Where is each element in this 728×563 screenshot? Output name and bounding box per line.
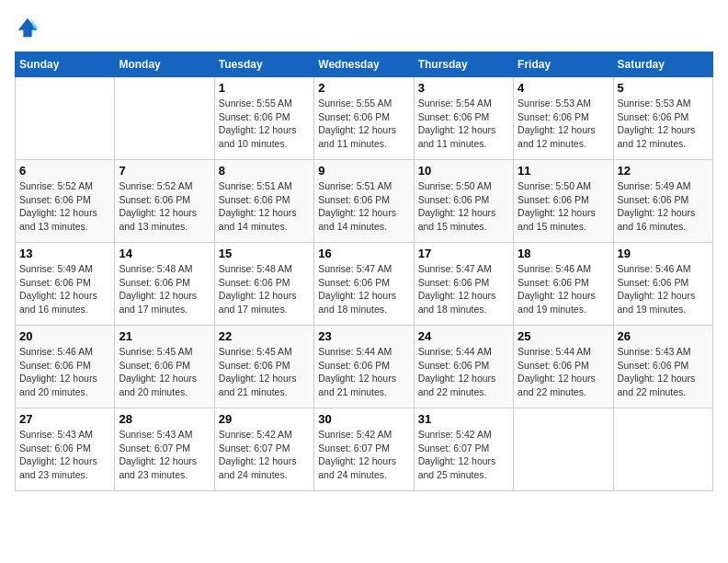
day-number: 8 [219,164,310,178]
day-info: Sunrise: 5:51 AM Sunset: 6:06 PM Dayligh… [219,179,310,234]
calendar-cell: 20Sunrise: 5:46 AM Sunset: 6:06 PM Dayli… [16,326,115,408]
day-number: 28 [119,412,210,426]
day-number: 17 [418,247,509,260]
weekday-header-monday: Monday [115,52,214,77]
day-number: 22 [219,329,310,343]
day-number: 21 [119,329,210,343]
day-number: 3 [418,81,509,95]
day-info: Sunrise: 5:45 AM Sunset: 6:06 PM Dayligh… [219,345,310,399]
calendar-cell: 6Sunrise: 5:52 AM Sunset: 6:06 PM Daylig… [16,160,115,243]
weekday-header-saturday: Saturday [613,52,712,77]
calendar-cell: 25Sunrise: 5:44 AM Sunset: 6:06 PM Dayli… [514,326,613,408]
day-info: Sunrise: 5:46 AM Sunset: 6:06 PM Dayligh… [19,345,110,399]
calendar-cell: 17Sunrise: 5:47 AM Sunset: 6:06 PM Dayli… [414,243,513,326]
day-info: Sunrise: 5:43 AM Sunset: 6:06 PM Dayligh… [618,345,709,399]
day-number: 30 [318,412,409,426]
day-info: Sunrise: 5:42 AM Sunset: 6:07 PM Dayligh… [318,428,409,482]
calendar-week-3: 13Sunrise: 5:49 AM Sunset: 6:06 PM Dayli… [16,243,713,326]
calendar-cell: 28Sunrise: 5:43 AM Sunset: 6:07 PM Dayli… [115,408,214,491]
day-info: Sunrise: 5:53 AM Sunset: 6:06 PM Dayligh… [618,97,709,151]
calendar-cell: 2Sunrise: 5:55 AM Sunset: 6:06 PM Daylig… [314,77,414,160]
day-number: 23 [318,329,409,343]
day-info: Sunrise: 5:48 AM Sunset: 6:06 PM Dayligh… [219,262,310,316]
day-number: 7 [119,164,210,178]
calendar-cell: 16Sunrise: 5:47 AM Sunset: 6:06 PM Dayli… [314,243,414,326]
day-info: Sunrise: 5:45 AM Sunset: 6:06 PM Dayligh… [119,345,210,399]
calendar-week-1: 1Sunrise: 5:55 AM Sunset: 6:06 PM Daylig… [16,77,713,160]
calendar-week-2: 6Sunrise: 5:52 AM Sunset: 6:06 PM Daylig… [16,160,713,243]
calendar-week-5: 27Sunrise: 5:43 AM Sunset: 6:06 PM Dayli… [16,408,713,491]
calendar-cell: 12Sunrise: 5:49 AM Sunset: 6:06 PM Dayli… [613,160,712,243]
calendar-cell: 14Sunrise: 5:48 AM Sunset: 6:06 PM Dayli… [115,243,214,326]
day-info: Sunrise: 5:43 AM Sunset: 6:07 PM Dayligh… [119,428,210,482]
calendar-cell: 24Sunrise: 5:44 AM Sunset: 6:06 PM Dayli… [414,326,513,408]
calendar-cell: 29Sunrise: 5:42 AM Sunset: 6:07 PM Dayli… [214,408,313,491]
day-number: 12 [618,164,709,178]
day-number: 15 [219,247,310,260]
calendar-cell: 4Sunrise: 5:53 AM Sunset: 6:06 PM Daylig… [514,77,613,160]
calendar-cell: 1Sunrise: 5:55 AM Sunset: 6:06 PM Daylig… [214,77,313,160]
day-info: Sunrise: 5:55 AM Sunset: 6:06 PM Dayligh… [318,97,409,151]
day-info: Sunrise: 5:50 AM Sunset: 6:06 PM Dayligh… [418,179,509,234]
day-number: 11 [518,164,609,178]
calendar-cell: 13Sunrise: 5:49 AM Sunset: 6:06 PM Dayli… [16,243,115,326]
day-number: 19 [618,247,709,260]
calendar-cell: 19Sunrise: 5:46 AM Sunset: 6:06 PM Dayli… [613,243,712,326]
calendar-cell: 26Sunrise: 5:43 AM Sunset: 6:06 PM Dayli… [613,326,712,408]
logo [15,15,44,40]
calendar-cell: 31Sunrise: 5:42 AM Sunset: 6:07 PM Dayli… [414,408,513,491]
day-number: 1 [219,81,310,95]
day-info: Sunrise: 5:47 AM Sunset: 6:06 PM Dayligh… [318,262,409,316]
day-info: Sunrise: 5:44 AM Sunset: 6:06 PM Dayligh… [518,345,609,399]
logo-icon [15,15,40,40]
day-info: Sunrise: 5:53 AM Sunset: 6:06 PM Dayligh… [518,97,609,151]
calendar-body: 1Sunrise: 5:55 AM Sunset: 6:06 PM Daylig… [16,77,713,491]
day-number: 24 [418,329,509,343]
weekday-header-friday: Friday [514,52,613,77]
calendar-cell: 8Sunrise: 5:51 AM Sunset: 6:06 PM Daylig… [214,160,313,243]
calendar-week-4: 20Sunrise: 5:46 AM Sunset: 6:06 PM Dayli… [16,326,713,408]
calendar-cell: 30Sunrise: 5:42 AM Sunset: 6:07 PM Dayli… [314,408,414,491]
day-number: 9 [318,164,409,178]
day-info: Sunrise: 5:46 AM Sunset: 6:06 PM Dayligh… [518,262,609,316]
calendar-cell: 21Sunrise: 5:45 AM Sunset: 6:06 PM Dayli… [115,326,214,408]
day-number: 10 [418,164,509,178]
day-number: 13 [19,247,110,260]
weekday-header-tuesday: Tuesday [214,52,313,77]
day-number: 20 [19,329,110,343]
day-number: 14 [119,247,210,260]
calendar-header: SundayMondayTuesdayWednesdayThursdayFrid… [16,52,713,77]
day-info: Sunrise: 5:47 AM Sunset: 6:06 PM Dayligh… [418,262,509,316]
calendar-cell: 15Sunrise: 5:48 AM Sunset: 6:06 PM Dayli… [214,243,313,326]
day-info: Sunrise: 5:48 AM Sunset: 6:06 PM Dayligh… [119,262,210,316]
weekday-header-thursday: Thursday [414,52,513,77]
day-number: 5 [618,81,709,95]
day-number: 29 [219,412,310,426]
calendar-table: SundayMondayTuesdayWednesdayThursdayFrid… [15,52,713,491]
day-info: Sunrise: 5:42 AM Sunset: 6:07 PM Dayligh… [219,428,310,482]
day-number: 2 [318,81,409,95]
calendar-cell [613,408,712,491]
day-info: Sunrise: 5:46 AM Sunset: 6:06 PM Dayligh… [618,262,709,316]
calendar-cell: 27Sunrise: 5:43 AM Sunset: 6:06 PM Dayli… [16,408,115,491]
day-info: Sunrise: 5:43 AM Sunset: 6:06 PM Dayligh… [19,428,110,482]
day-number: 25 [518,329,609,343]
day-info: Sunrise: 5:52 AM Sunset: 6:06 PM Dayligh… [19,179,110,234]
day-info: Sunrise: 5:49 AM Sunset: 6:06 PM Dayligh… [618,179,709,234]
day-info: Sunrise: 5:42 AM Sunset: 6:07 PM Dayligh… [418,428,509,482]
page-header [15,15,713,40]
calendar-cell: 10Sunrise: 5:50 AM Sunset: 6:06 PM Dayli… [414,160,513,243]
day-info: Sunrise: 5:55 AM Sunset: 6:06 PM Dayligh… [219,97,310,151]
day-info: Sunrise: 5:52 AM Sunset: 6:06 PM Dayligh… [119,179,210,234]
day-info: Sunrise: 5:54 AM Sunset: 6:06 PM Dayligh… [418,97,509,151]
weekday-header-sunday: Sunday [16,52,115,77]
calendar-cell: 3Sunrise: 5:54 AM Sunset: 6:06 PM Daylig… [414,77,513,160]
calendar-cell [16,77,115,160]
calendar-cell: 11Sunrise: 5:50 AM Sunset: 6:06 PM Dayli… [514,160,613,243]
day-info: Sunrise: 5:51 AM Sunset: 6:06 PM Dayligh… [318,179,409,234]
day-number: 16 [318,247,409,260]
weekday-header-row: SundayMondayTuesdayWednesdayThursdayFrid… [16,52,713,77]
day-info: Sunrise: 5:50 AM Sunset: 6:06 PM Dayligh… [518,179,609,234]
calendar-cell [514,408,613,491]
day-info: Sunrise: 5:44 AM Sunset: 6:06 PM Dayligh… [418,345,509,399]
